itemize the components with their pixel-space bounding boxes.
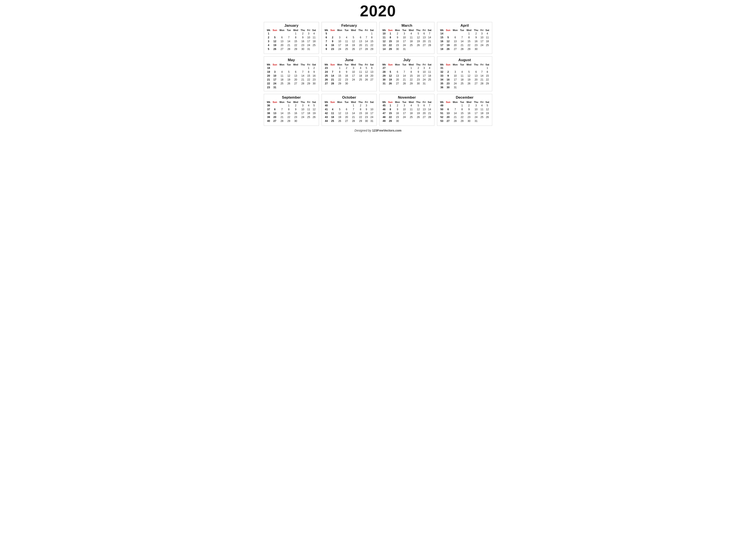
day-cell: 1 [292, 32, 300, 36]
day-cell: 10 [306, 36, 311, 39]
day-cell: 17 [271, 78, 278, 82]
week-number: 41 [323, 108, 329, 111]
week-row: 451234567 [381, 104, 433, 108]
day-cell: 4 [408, 32, 415, 36]
day-cell: 17 [479, 39, 484, 43]
day-cell: 21 [427, 39, 433, 43]
day-cell [459, 123, 465, 124]
day-cell: 25 [479, 115, 484, 119]
month-table: WkSunMonTueWedThuFriSat23123456247891011… [323, 63, 375, 86]
col-header-tue: Tue [459, 29, 465, 32]
day-cell [422, 123, 427, 124]
day-cell: 30 [465, 119, 473, 123]
week-number: 1 [266, 32, 271, 36]
day-cell: 6 [445, 108, 451, 111]
day-cell: 23 [292, 115, 300, 119]
day-cell: 4 [479, 104, 484, 108]
week-number: 33 [439, 74, 445, 78]
col-header-wk: Wk [266, 29, 271, 32]
col-header-sun: Sun [387, 101, 394, 104]
day-cell [369, 51, 375, 52]
day-cell: 19 [271, 43, 278, 47]
day-cell: 9 [415, 70, 421, 74]
col-header-wed: Wed [465, 101, 473, 104]
day-cell: 21 [427, 111, 433, 115]
col-header-wk: Wk [439, 29, 445, 32]
day-cell [427, 47, 433, 51]
day-cell: 28 [427, 115, 433, 119]
col-header-wed: Wed [350, 63, 357, 66]
day-cell: 17 [336, 43, 343, 47]
day-cell: 15 [484, 74, 490, 78]
day-cell [394, 66, 401, 70]
day-cell: 7 [401, 70, 407, 74]
day-cell [415, 47, 421, 51]
day-cell: 30 [394, 119, 401, 123]
day-cell: 28 [451, 119, 459, 123]
footer-designed: Designed by [355, 129, 372, 132]
week-row: 27282930 [323, 82, 375, 86]
day-cell: 6 [422, 32, 427, 36]
month-name: January [266, 23, 317, 28]
week-row: 1812 [266, 66, 317, 70]
day-cell: 26 [311, 115, 317, 119]
day-cell: 25 [484, 43, 490, 47]
day-cell: 10 [451, 74, 459, 78]
day-cell: 29 [292, 47, 300, 51]
day-cell: 11 [459, 74, 465, 78]
day-cell: 25 [427, 78, 433, 82]
day-cell: 4 [459, 70, 465, 74]
day-cell: 7 [329, 70, 336, 74]
day-cell [459, 32, 465, 36]
week-row: 28567891011 [381, 70, 433, 74]
col-header-thu: Thu [299, 29, 306, 32]
day-cell [357, 51, 364, 52]
col-header-fri: Fri [306, 63, 311, 66]
col-header-mon: Mon [336, 101, 343, 104]
month-block-february: FebruaryWkSunMonTueWedThuFriSat516234567… [322, 22, 377, 54]
day-cell [350, 82, 357, 86]
day-cell [350, 51, 357, 52]
year-title: 2020 [264, 2, 492, 20]
day-cell: 5 [350, 36, 357, 39]
month-block-september: SeptemberWkSunMonTueWedThuFriSat36123453… [264, 94, 319, 126]
week-row: 2621222324252627 [323, 78, 375, 82]
day-cell [292, 123, 300, 124]
day-cell: 28 [479, 82, 484, 86]
day-cell: 11 [311, 36, 317, 39]
week-number: 6 [323, 36, 329, 39]
day-cell: 4 [343, 36, 350, 39]
col-header-mon: Mon [451, 101, 459, 104]
day-cell [459, 51, 465, 52]
day-cell: 22 [369, 43, 375, 47]
day-cell: 26 [387, 82, 394, 86]
week-row: 4715161718192021 [381, 111, 433, 115]
day-cell [484, 86, 490, 89]
week-number: 23 [266, 86, 271, 89]
col-header-wk: Wk [439, 101, 445, 104]
day-cell: 14 [479, 74, 484, 78]
day-cell: 4 [278, 70, 285, 74]
week-row: 31262728293031 [381, 82, 433, 86]
day-cell [451, 66, 459, 70]
col-header-sun: Sun [329, 101, 336, 104]
month-block-december: DecemberWkSunMonTueWedThuFriSat491234550… [437, 94, 492, 126]
day-cell: 20 [394, 78, 401, 82]
week-row [266, 123, 317, 124]
day-cell: 16 [394, 39, 401, 43]
week-number: 15 [439, 36, 445, 39]
day-cell [422, 51, 427, 52]
col-header-wk: Wk [266, 63, 271, 66]
week-row [381, 51, 433, 52]
day-cell [465, 51, 473, 52]
day-cell: 27 [472, 82, 479, 86]
week-number [381, 123, 387, 124]
day-cell: 8 [292, 36, 300, 39]
day-cell: 11 [408, 108, 415, 111]
week-number: 31 [381, 82, 387, 86]
week-number: 32 [439, 70, 445, 74]
day-cell: 17 [306, 39, 311, 43]
col-header-mon: Mon [336, 63, 343, 66]
week-number: 30 [381, 78, 387, 82]
day-cell: 7 [451, 108, 459, 111]
